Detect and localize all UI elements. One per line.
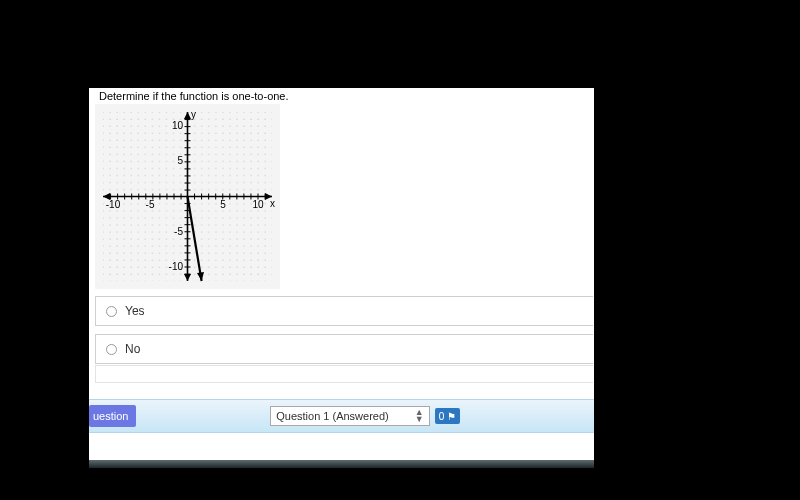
option-label: Yes: [125, 304, 145, 318]
x-tick-5: 5: [220, 199, 226, 210]
y-axis-label: y: [191, 109, 196, 120]
dock-strip: [89, 460, 594, 468]
x-tick-neg10: -10: [106, 199, 121, 210]
quiz-panel: Determine if the function is one-to-one.: [89, 88, 594, 468]
flag-count: 0: [439, 411, 445, 422]
spacer-bar: [95, 365, 593, 383]
nav-bar: uestion Question 1 (Answered) ▲▼ 0 ⚑: [89, 399, 594, 433]
coordinate-graph: y x -10 -5 5 10 10 5 -5 -10: [95, 104, 280, 289]
x-axis-label: x: [270, 198, 275, 209]
question-button[interactable]: uestion: [89, 405, 136, 427]
radio-icon: [106, 306, 117, 317]
y-tick-neg10: -10: [169, 261, 184, 272]
graph-panel: y x -10 -5 5 10 10 5 -5 -10: [95, 104, 280, 289]
y-tick-10: 10: [172, 120, 184, 131]
option-no[interactable]: No: [95, 334, 593, 364]
option-yes[interactable]: Yes: [95, 296, 593, 326]
option-label: No: [125, 342, 140, 356]
question-selector-wrap: Question 1 (Answered) ▲▼ 0 ⚑: [270, 406, 460, 426]
flag-badge[interactable]: 0 ⚑: [435, 408, 461, 424]
flag-icon: ⚑: [447, 411, 456, 422]
x-tick-neg5: -5: [146, 199, 155, 210]
x-tick-10: 10: [252, 199, 264, 210]
question-selector[interactable]: Question 1 (Answered) ▲▼: [270, 406, 429, 426]
y-tick-5: 5: [177, 155, 183, 166]
question-selector-text: Question 1 (Answered): [276, 410, 389, 422]
stepper-icon: ▲▼: [415, 409, 424, 423]
question-prompt: Determine if the function is one-to-one.: [99, 90, 289, 102]
y-tick-neg5: -5: [174, 226, 183, 237]
radio-icon: [106, 344, 117, 355]
answer-options: Yes No: [95, 296, 593, 364]
